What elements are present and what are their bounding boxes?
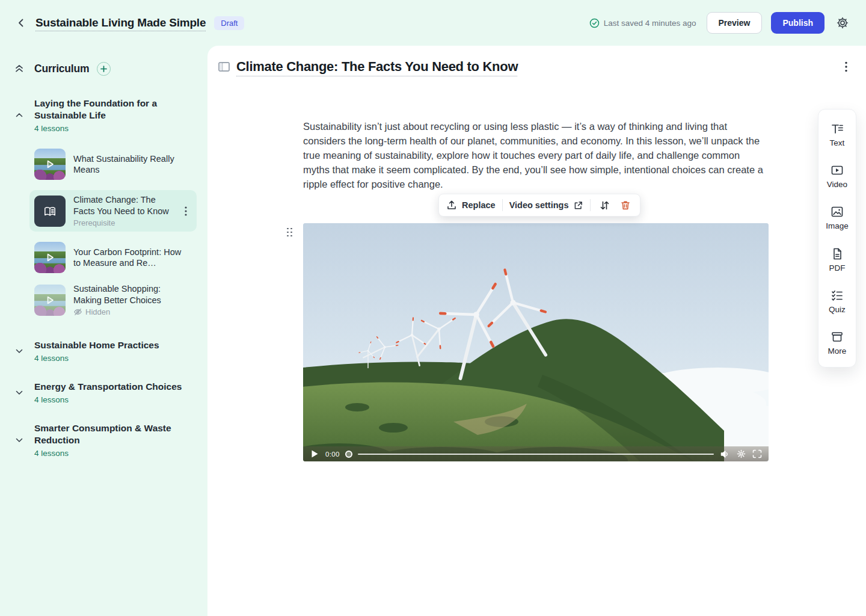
more-blocks-icon: [831, 330, 844, 343]
replace-video-button[interactable]: Replace: [446, 194, 496, 216]
insert-text-button[interactable]: Text: [830, 122, 845, 147]
curriculum-section: Laying the Foundation for a Sustainable …: [14, 97, 197, 316]
video-settings-button[interactable]: Video settings: [509, 194, 584, 216]
play-button[interactable]: [309, 449, 320, 460]
lesson-title: Climate Change: The Facts You Need to Kn…: [73, 194, 177, 217]
toggle-sidebar-button[interactable]: [218, 61, 230, 73]
check-circle-icon: [589, 18, 600, 28]
add-section-button[interactable]: [97, 62, 111, 76]
book-icon: [42, 203, 58, 219]
plus-icon: [100, 66, 107, 72]
save-status: Last saved 4 minutes ago: [589, 18, 696, 28]
volume-button[interactable]: [719, 449, 730, 460]
section-header[interactable]: Smarter Consumption & Waste Reduction 4 …: [14, 422, 197, 458]
status-badge: Draft: [214, 16, 244, 30]
video-thumbnail: [34, 285, 66, 316]
chevron-up-icon: [14, 111, 24, 120]
curriculum-sidebar: Curriculum Laying the Foundation for a S…: [0, 46, 207, 616]
insert-video-button[interactable]: Video: [827, 164, 847, 189]
video-controls: 0:00: [303, 446, 769, 461]
section-header[interactable]: Laying the Foundation for a Sustainable …: [14, 97, 197, 133]
move-block-button[interactable]: [597, 198, 612, 212]
insert-block-panel: Text Video Image PDF Quiz More: [818, 109, 856, 368]
video-settings-label: Video settings: [509, 200, 569, 210]
tool-label: Video: [827, 180, 847, 189]
lesson-menu-button[interactable]: [181, 206, 191, 217]
preview-button[interactable]: Preview: [707, 12, 763, 34]
section-lesson-count: 4 lessons: [34, 449, 179, 458]
lesson-list: What Sustainability Really Means Climate…: [34, 149, 197, 316]
topbar: Sustainable Living Made Simple Draft Las…: [0, 0, 866, 46]
insert-pdf-button[interactable]: PDF: [829, 247, 846, 273]
fullscreen-button[interactable]: [752, 449, 763, 460]
gear-icon: [836, 16, 849, 29]
current-time: 0:00: [325, 451, 340, 458]
tool-label: Image: [826, 221, 849, 230]
section-lesson-count: 4 lessons: [34, 124, 197, 133]
lesson-item[interactable]: What Sustainability Really Means: [34, 149, 197, 180]
lesson-intro-paragraph[interactable]: Sustainability isn’t just about recyclin…: [303, 119, 765, 191]
tool-label: More: [828, 346, 847, 356]
tool-label: Quiz: [829, 305, 846, 314]
progress-track[interactable]: [358, 454, 714, 455]
toolbar-divider: [502, 199, 503, 211]
section-title: Energy & Transportation Choices: [34, 381, 182, 393]
block-drag-handle[interactable]: [286, 227, 293, 238]
lesson-item-selected[interactable]: Climate Change: The Facts You Need to Kn…: [29, 190, 197, 232]
section-title: Sustainable Home Practices: [34, 339, 159, 351]
play-icon: [312, 450, 318, 458]
play-icon: [44, 294, 56, 306]
lesson-item[interactable]: Your Carbon Footprint: How to Measure an…: [34, 242, 197, 273]
back-chevron-icon: [16, 17, 26, 28]
lesson-hidden-label: Hidden: [85, 307, 110, 316]
insert-quiz-button[interactable]: Quiz: [829, 289, 846, 314]
topbar-actions: Last saved 4 minutes ago Preview Publish: [589, 12, 850, 34]
fullscreen-icon: [752, 449, 762, 458]
lesson-title: Sustainable Shopping: Making Better Choi…: [73, 283, 185, 306]
seek-handle[interactable]: [345, 451, 352, 458]
course-title[interactable]: Sustainable Living Made Simple: [35, 16, 206, 29]
video-block[interactable]: 0:00: [303, 223, 769, 461]
text-icon: [831, 122, 844, 135]
image-icon: [831, 205, 844, 218]
lesson-editor-panel: Climate Change: The Facts You Need to Kn…: [207, 46, 866, 616]
sort-arrows-icon: [599, 200, 610, 211]
panel-toggle-icon: [218, 62, 230, 72]
play-icon: [44, 158, 56, 170]
tool-label: PDF: [829, 263, 846, 273]
publish-button[interactable]: Publish: [771, 12, 825, 34]
curriculum-section: Energy & Transportation Choices 4 lesson…: [14, 381, 197, 404]
play-icon: [44, 251, 56, 263]
section-title: Laying the Foundation for a Sustainable …: [34, 97, 197, 122]
tool-label: Text: [830, 138, 845, 147]
lesson-item-hidden[interactable]: Sustainable Shopping: Making Better Choi…: [34, 283, 197, 316]
chevron-down-icon: [14, 346, 24, 356]
settings-gear-icon: [737, 449, 746, 458]
player-settings-button[interactable]: [735, 449, 746, 460]
insert-more-button[interactable]: More: [828, 330, 847, 356]
quiz-icon: [831, 289, 844, 302]
save-status-text: Last saved 4 minutes ago: [604, 19, 696, 28]
kebab-icon: [845, 61, 847, 72]
eye-off-icon: [73, 307, 82, 316]
section-header[interactable]: Energy & Transportation Choices 4 lesson…: [14, 381, 197, 404]
section-title: Smarter Consumption & Waste Reduction: [34, 422, 179, 446]
video-icon: [831, 164, 844, 177]
video-thumbnail: [34, 242, 66, 273]
section-header[interactable]: Sustainable Home Practices 4 lessons: [14, 339, 197, 363]
toolbar-divider: [590, 199, 591, 211]
chevron-down-icon: [14, 436, 24, 445]
lesson-page-title[interactable]: Climate Change: The Facts You Need to Kn…: [236, 59, 518, 75]
settings-button[interactable]: [835, 15, 850, 31]
section-lesson-count: 4 lessons: [34, 395, 182, 404]
curriculum-section: Sustainable Home Practices 4 lessons: [14, 339, 197, 363]
delete-block-button[interactable]: [618, 198, 633, 212]
collapse-all-icon[interactable]: [14, 64, 24, 73]
back-button[interactable]: [14, 16, 28, 29]
video-block-toolbar: Replace Video settings: [438, 194, 640, 217]
lesson-title: What Sustainability Really Means: [73, 153, 185, 176]
section-lesson-count: 4 lessons: [34, 354, 159, 363]
lesson-header: Climate Change: The Facts You Need to Kn…: [218, 59, 852, 75]
insert-image-button[interactable]: Image: [826, 205, 849, 230]
lesson-menu-button[interactable]: [841, 61, 852, 73]
